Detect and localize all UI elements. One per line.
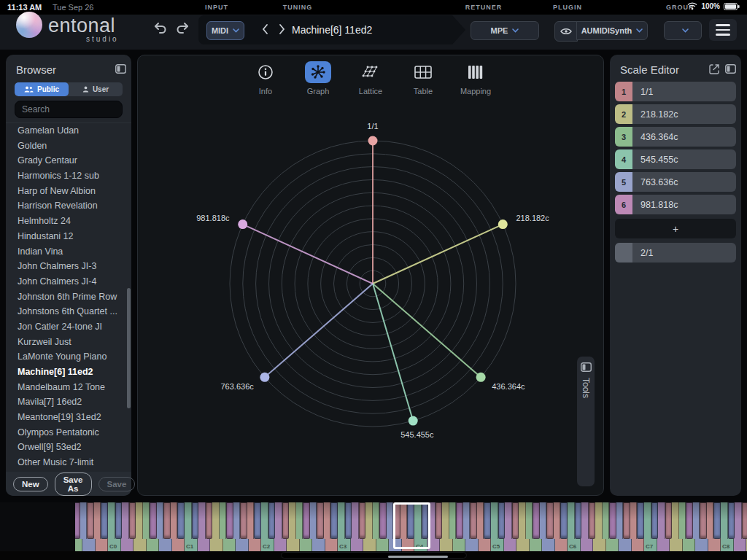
key-back[interactable] [609,502,616,539]
browser-list-item[interactable]: John Chalmers JI-4 [6,274,131,289]
key-front-top[interactable] [400,502,408,539]
key-back[interactable] [456,502,463,539]
panel-toggle-icon[interactable] [725,64,736,74]
browser-list-item[interactable]: Johnston 6th Prime Row [6,289,131,305]
keyboard[interactable]: C0C1C2C3C4C5C6C7C8 [75,502,747,551]
browser-list-item[interactable]: Gamelan Udan [6,123,131,139]
key-front-top[interactable] [352,502,359,539]
key-front-top[interactable] [505,502,512,539]
tab-public[interactable]: Public [15,82,69,96]
minimap-thumb[interactable] [388,556,448,558]
key-back[interactable] [484,502,491,539]
key-front-top[interactable] [658,502,665,539]
browser-list-item[interactable]: Indian Vina [6,244,131,260]
note-dot[interactable] [476,373,486,382]
key-front-top[interactable] [707,502,714,539]
key-front-top[interactable] [185,502,192,539]
key-back[interactable] [665,502,673,539]
key-front-top[interactable] [693,502,700,539]
key-front-top[interactable] [672,502,679,539]
browser-list-item[interactable]: Grady Centaur [6,153,131,168]
list-scrollbar[interactable] [127,288,131,408]
key-front-top[interactable] [581,502,589,539]
key-front-top[interactable] [157,502,164,539]
key-back[interactable] [589,502,596,539]
key-back[interactable] [345,502,352,539]
key-back[interactable] [728,502,735,539]
key-front-top[interactable] [442,502,449,539]
key-back[interactable] [651,502,659,539]
key-back[interactable] [268,502,276,539]
browser-list-item[interactable]: John Chalmers JI-3 [6,259,131,274]
browser-list-item[interactable]: Orwell[9] 53ed2 [6,440,131,455]
key-front-top[interactable] [373,502,380,539]
note-dot[interactable] [409,416,418,426]
current-tuning-title[interactable]: Machine[6] 11ed2 [292,24,372,36]
key-back[interactable] [742,502,747,539]
key-back[interactable] [129,502,136,539]
scale-degree-row[interactable]: 5763.636c [615,172,736,192]
key-back[interactable] [192,502,199,539]
key-back[interactable] [686,502,693,539]
browser-list-item[interactable]: Kurzweil Just [6,335,131,350]
key-front-top[interactable] [630,502,638,539]
key-front-top[interactable] [365,502,373,539]
key-front-top[interactable] [310,502,317,539]
tuning-next-button[interactable] [276,23,287,35]
key-front-top[interactable] [721,502,728,539]
plugin-visibility-button[interactable] [554,21,578,42]
key-back[interactable] [623,502,630,539]
browser-list-item[interactable]: Harmonics 1-12 sub [6,168,131,184]
key-front-top[interactable] [275,502,282,539]
key-back[interactable] [637,502,644,539]
key-back[interactable] [359,502,366,539]
note-dot[interactable] [498,219,508,229]
key-back[interactable] [101,502,108,539]
retuner-select[interactable]: MPE [471,21,539,40]
key-front-top[interactable] [247,502,255,539]
key-front-top[interactable] [289,502,296,539]
browser-list-item[interactable]: Olympos Pentatonic [6,425,131,440]
key-back[interactable] [240,502,247,539]
search-input[interactable] [15,101,135,117]
key-front-top[interactable] [477,502,484,539]
browser-list-item[interactable]: Mandelbaum 12 Tone [6,380,131,395]
group-select[interactable] [664,21,702,40]
key-front-top[interactable] [603,502,610,539]
plugin-select[interactable]: AUMIDISynth [576,21,648,40]
key-back[interactable] [436,502,443,539]
browser-list-item[interactable]: Machine[6] 11ed2 [6,365,131,380]
key-front-top[interactable] [414,502,422,539]
key-front-top[interactable] [198,502,206,539]
key-front-top[interactable] [735,502,742,539]
key-front-top[interactable] [449,502,457,539]
new-button[interactable]: New [13,477,48,491]
key-back[interactable] [282,502,290,539]
key-back[interactable] [546,502,554,539]
save-as-button[interactable]: Save As [55,472,92,496]
key-front-top[interactable] [463,502,471,539]
key-back[interactable] [206,502,213,539]
panel-toggle-icon[interactable] [115,64,126,74]
key-front-top[interactable] [540,502,547,539]
key-back[interactable] [700,502,707,539]
key-back[interactable] [379,502,387,539]
key-back[interactable] [87,502,94,539]
browser-list-item[interactable]: Harrison Revelation [6,198,131,214]
key-back[interactable] [177,502,185,539]
key-front-top[interactable] [136,502,143,539]
tab-user[interactable]: User [69,82,123,96]
export-icon[interactable] [709,64,720,74]
scale-degree-row[interactable]: 4545.455c [615,149,736,169]
key-front-top[interactable] [519,502,526,539]
key-front-top[interactable] [568,502,575,539]
input-select[interactable]: MIDI [206,21,244,40]
key-back[interactable] [713,502,721,539]
key-back[interactable] [75,502,80,539]
key-front-top[interactable] [338,502,345,539]
key-back[interactable] [317,502,324,539]
key-front-top[interactable] [220,502,227,539]
key-front-top[interactable] [428,502,436,539]
key-front-top[interactable] [122,502,129,539]
key-back[interactable] [163,502,171,539]
